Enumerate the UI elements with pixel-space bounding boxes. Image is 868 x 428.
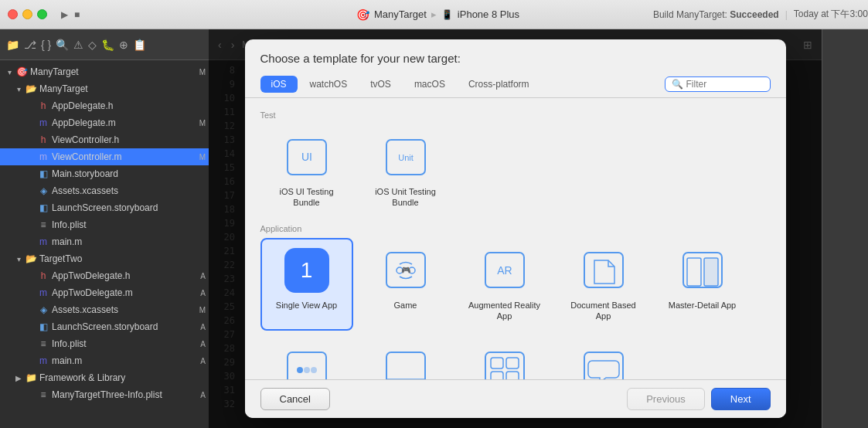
- sidebar-item-infoplist3[interactable]: ≡ ManyTargetThree-Info.plist A: [0, 386, 209, 403]
- filter-input[interactable]: [686, 79, 764, 90]
- filter-box: 🔍: [665, 76, 771, 92]
- filter-icon: 🔍: [672, 79, 683, 90]
- sidebar-item-main2[interactable]: m main.m A: [0, 352, 209, 369]
- application-grid: 1 Single View App: [260, 238, 771, 379]
- folder-yellow2-icon: 📂: [25, 253, 37, 264]
- document-icon: [577, 247, 631, 294]
- symbol-icon[interactable]: { }: [41, 39, 51, 51]
- single-view-label: Single View App: [276, 300, 337, 311]
- sidebar-item-assets2[interactable]: ◈ Assets.xcassets M: [0, 301, 209, 318]
- sidebar-item-apptwodelegate-m[interactable]: m AppTwoDelegate.m A: [0, 284, 209, 301]
- template-ar[interactable]: AR Augmented Reality App: [458, 238, 551, 331]
- template-ios-ui-testing[interactable]: UI iOS UI Testing Bundle: [260, 124, 353, 218]
- template-page-based[interactable]: Page-Based App: [260, 337, 353, 379]
- template-ios-unit-testing[interactable]: Unit iOS Unit Testing Bundle: [359, 124, 452, 218]
- fullscreen-button[interactable]: [37, 9, 47, 19]
- template-imessage[interactable]: iMessage App: [557, 337, 650, 379]
- tab-macos[interactable]: macOS: [403, 76, 456, 93]
- sidebar-toolbar: 📁 ⎇ { } 🔍 ⚠ ◇ 🐛 ⊕ 📋: [0, 29, 209, 60]
- master-detail-icon: [676, 247, 730, 294]
- build-label: Build ManyTarget: Succeeded: [653, 9, 779, 20]
- game-label: Game: [394, 300, 417, 311]
- template-chooser-modal: Choose a template for your new target: i…: [245, 39, 786, 418]
- device-label: iPhone 8 Plus: [458, 8, 519, 20]
- run-button[interactable]: ▶: [61, 9, 68, 20]
- debug-icon[interactable]: 🐛: [101, 39, 114, 51]
- sidebar-group-targettwo[interactable]: ▾ 📂 TargetTwo: [0, 250, 209, 267]
- sidebar-item-launch2[interactable]: ◧ LaunchScreen.storyboard A: [0, 318, 209, 335]
- report-icon[interactable]: 📋: [133, 39, 146, 51]
- cancel-button[interactable]: Cancel: [260, 388, 330, 410]
- stop-button[interactable]: ■: [74, 9, 80, 20]
- tab-tvos[interactable]: tvOS: [359, 76, 402, 93]
- next-button[interactable]: Next: [711, 388, 771, 410]
- products-label: Framework & Library: [39, 372, 206, 383]
- tab-ios[interactable]: iOS: [260, 76, 298, 93]
- launch-icon: ◧: [37, 202, 49, 213]
- search-sidebar-icon[interactable]: 🔍: [56, 39, 69, 51]
- minimize-button[interactable]: [22, 9, 32, 19]
- traffic-lights: [8, 9, 47, 19]
- device-icon: 📱: [441, 9, 453, 20]
- breakpoint-icon[interactable]: ⊕: [119, 39, 128, 51]
- folder-icon[interactable]: 📁: [6, 39, 19, 51]
- template-master-detail[interactable]: Master-Detail App: [656, 238, 749, 331]
- svg-text:UI: UI: [301, 151, 312, 163]
- tabbed-icon: [379, 346, 433, 379]
- svg-rect-26: [491, 372, 503, 379]
- m-file3-icon: m: [37, 287, 49, 298]
- imessage-icon: [577, 346, 631, 379]
- sidebar-item-appdelegate-h[interactable]: h AppDelegate.h: [0, 97, 209, 114]
- template-area: Test UI iOS UI Testing Bundle: [245, 98, 786, 379]
- sidebar-item-appdelegate-m[interactable]: m AppDelegate.m M: [0, 114, 209, 131]
- close-button[interactable]: [8, 9, 18, 19]
- folder-yellow-icon: 📂: [25, 83, 37, 94]
- tab-watchos[interactable]: watchOS: [299, 76, 359, 93]
- template-single-view[interactable]: 1 Single View App: [260, 238, 353, 331]
- test-icon[interactable]: ◇: [88, 39, 97, 51]
- sidebar-item-viewcontroller-m[interactable]: m ViewController.m M: [0, 148, 209, 165]
- products-icon: 📁: [25, 372, 37, 383]
- launch2-icon: ◧: [37, 321, 49, 332]
- sidebar-item-info-plist[interactable]: ≡ Info.plist: [0, 216, 209, 233]
- sidebar-group-manytarget[interactable]: ▾ 📂 ManyTarget: [0, 80, 209, 97]
- main-layout: 📁 ⎇ { } 🔍 ⚠ ◇ 🐛 ⊕ 📋 ▾ 🎯 ManyTarget M ▾ 📂…: [0, 29, 868, 428]
- sidebar-root[interactable]: ▾ 🎯 ManyTarget M: [0, 63, 209, 80]
- sidebar-item-assets[interactable]: ◈ Assets.xcassets: [0, 182, 209, 199]
- sidebar-item-main-m[interactable]: m main.m: [0, 233, 209, 250]
- template-game[interactable]: 🎮 Game: [359, 238, 452, 331]
- tab-crossplatform[interactable]: Cross-platform: [458, 76, 540, 93]
- svg-point-16: [304, 367, 310, 373]
- unit-testing-icon: Unit: [379, 134, 433, 180]
- sidebar-item-launch-storyboard[interactable]: ◧ LaunchScreen.storyboard: [0, 199, 209, 216]
- sidebar-item-info2[interactable]: ≡ Info.plist A: [0, 335, 209, 352]
- ar-icon: AR: [478, 247, 532, 294]
- template-tabbed[interactable]: Tabbed App: [359, 337, 452, 379]
- template-document[interactable]: Document Based App: [557, 238, 650, 331]
- svg-point-15: [297, 367, 303, 373]
- page-based-icon: [280, 346, 334, 379]
- svg-rect-14: [288, 352, 326, 379]
- svg-point-17: [311, 367, 317, 373]
- ui-testing-label: iOS UI Testing Bundle: [268, 186, 345, 209]
- document-label: Document Based App: [565, 300, 642, 322]
- sidebar-item-apptwodelegate-h[interactable]: h AppTwoDelegate.h A: [0, 267, 209, 284]
- sidebar-group-products[interactable]: ▶ 📁 Framework & Library: [0, 369, 209, 386]
- sticker-icon: [478, 346, 532, 379]
- titlebar-right: Build ManyTarget: Succeeded | Today at 下…: [653, 8, 868, 21]
- unit-testing-label: iOS Unit Testing Bundle: [367, 186, 444, 209]
- assets-icon: ◈: [37, 185, 49, 196]
- sidebar-item-viewcontroller-h[interactable]: h ViewController.h: [0, 131, 209, 148]
- svg-rect-24: [491, 358, 503, 369]
- test-grid: UI iOS UI Testing Bundle Unit: [260, 124, 771, 218]
- template-sticker[interactable]: Sticker Pack App: [458, 337, 551, 379]
- h-file2-icon: h: [37, 134, 49, 145]
- sidebar-item-main-storyboard[interactable]: ◧ Main.storyboard: [0, 165, 209, 182]
- master-detail-label: Master-Detail App: [669, 300, 736, 311]
- git-icon[interactable]: ⎇: [24, 39, 36, 51]
- build-status-text: Succeeded: [730, 9, 778, 20]
- warning-icon[interactable]: ⚠: [73, 39, 83, 51]
- sidebar-content: ▾ 🎯 ManyTarget M ▾ 📂 ManyTarget h AppDel…: [0, 60, 209, 428]
- previous-button[interactable]: Previous: [627, 388, 705, 410]
- game-icon: 🎮: [379, 247, 433, 294]
